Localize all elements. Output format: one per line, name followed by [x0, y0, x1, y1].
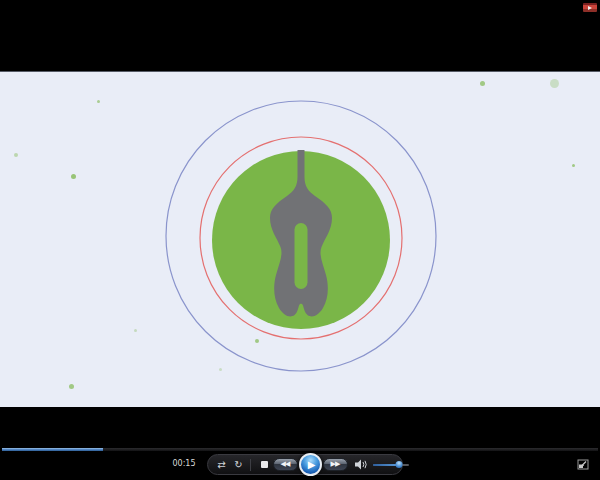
scene-dot	[219, 368, 222, 371]
volume-knob[interactable]	[395, 461, 402, 468]
playback-controls: ⇄ ↻ ◀◀ ▶ ▶▶	[207, 454, 403, 475]
scene-dot	[14, 153, 18, 157]
shuffle-button[interactable]: ⇄	[215, 460, 228, 470]
controls-divider	[250, 459, 251, 471]
scene-dot	[71, 174, 76, 179]
time-display: 00:15	[166, 458, 202, 470]
video-scene	[0, 72, 600, 408]
scene-dot	[550, 79, 559, 88]
media-player-window: 00:15 ⇄ ↻ ◀◀ ▶ ▶▶	[0, 0, 600, 480]
video-viewport[interactable]	[0, 71, 600, 407]
volume-slider[interactable]	[373, 464, 409, 466]
scene-dot	[572, 164, 575, 167]
switch-display-mode-button[interactable]	[577, 459, 589, 470]
repeat-button[interactable]: ↻	[232, 460, 245, 470]
play-button[interactable]: ▶	[299, 453, 322, 476]
scene-dot	[134, 329, 137, 332]
channel-logo-icon	[583, 3, 597, 12]
stop-button[interactable]	[261, 461, 268, 468]
seek-bar-fill	[2, 448, 103, 451]
fast-forward-icon: ▶▶	[331, 461, 340, 468]
shape-slot	[295, 223, 308, 289]
scene-dot	[480, 81, 485, 86]
scene-dot	[97, 100, 100, 103]
play-icon: ▶	[308, 460, 316, 470]
scene-dot	[255, 339, 259, 343]
fast-forward-button[interactable]: ▶▶	[323, 458, 348, 471]
rewind-button[interactable]: ◀◀	[273, 458, 298, 471]
rewind-icon: ◀◀	[281, 461, 290, 468]
logo-play-triangle-icon	[588, 6, 592, 10]
scene-dot	[69, 384, 74, 389]
seek-bar[interactable]	[2, 448, 598, 451]
speaker-icon[interactable]	[355, 459, 368, 470]
